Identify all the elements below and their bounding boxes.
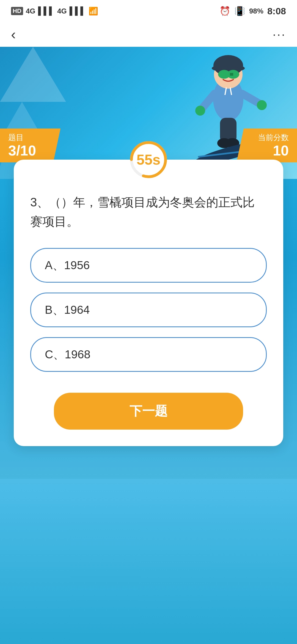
- quiz-card: 55s 3、（）年，雪橇项目成为冬奥会的正式比赛项目。 A、1956 B、196…: [14, 160, 283, 446]
- wifi-icon: 📶: [89, 7, 98, 16]
- battery-level: 98: [249, 7, 257, 15]
- status-left: HD 4G ▌▌▌ 4G ▌▌▌ 📶: [11, 7, 98, 16]
- option-a[interactable]: A、1956: [30, 248, 267, 283]
- timer-text: 55s: [137, 151, 161, 168]
- battery-indicator: 98%: [249, 7, 263, 15]
- geo-decoration-1: [0, 47, 66, 102]
- hd-indicator: HD: [11, 7, 23, 15]
- status-bar: HD 4G ▌▌▌ 4G ▌▌▌ 📶 ⏰ 📳 98% 8:08: [0, 0, 297, 22]
- timer-circle: 55s: [129, 140, 168, 179]
- back-button[interactable]: ‹: [11, 27, 16, 42]
- option-c[interactable]: C、1968: [30, 337, 267, 372]
- svg-point-10: [257, 100, 267, 110]
- option-b[interactable]: B、1964: [30, 293, 267, 327]
- svg-point-9: [195, 106, 205, 116]
- bottom-background: [0, 479, 297, 644]
- alarm-icon: ⏰: [219, 6, 230, 16]
- status-right: ⏰ 📳 98% 8:08: [219, 6, 286, 17]
- svg-point-3: [212, 64, 245, 72]
- signal-4g-1: 4G: [26, 7, 35, 15]
- signal-bars-1: ▌▌▌: [38, 7, 54, 15]
- nav-bar: ‹ ···: [0, 22, 297, 47]
- time-display: 8:08: [267, 6, 286, 17]
- svg-rect-6: [230, 73, 233, 76]
- more-button[interactable]: ···: [273, 28, 286, 41]
- signal-bars-2: ▌▌▌: [70, 7, 86, 15]
- timer-container: 55s: [30, 140, 267, 179]
- question-text: 3、（）年，雪橇项目成为冬奥会的正式比赛项目。: [30, 193, 267, 231]
- signal-4g-2: 4G: [57, 7, 67, 15]
- next-button[interactable]: 下一题: [54, 393, 243, 430]
- vibrate-icon: 📳: [234, 6, 245, 16]
